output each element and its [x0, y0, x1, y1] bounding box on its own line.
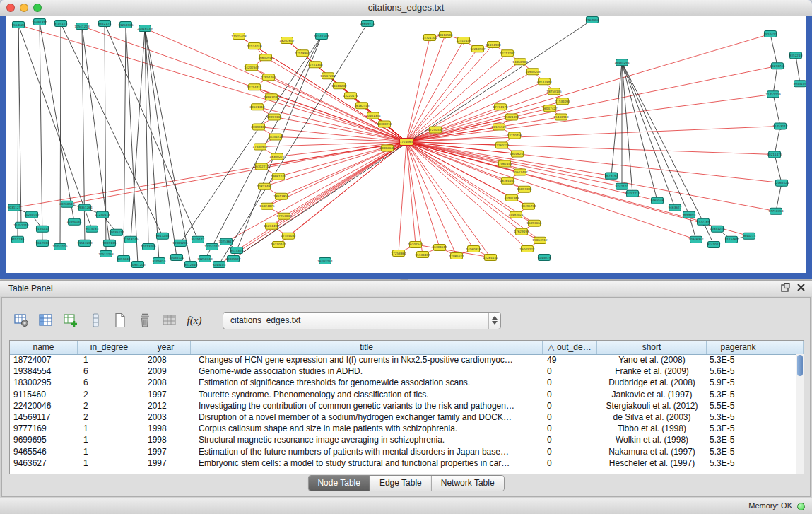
graph-node[interactable]: 11513245 [123, 236, 139, 243]
graph-node[interactable]: 14202647 [244, 64, 259, 71]
graph-node[interactable]: 10823491 [257, 183, 272, 189]
graph-node[interactable]: 10253105 [52, 243, 68, 250]
scrollbar-thumb[interactable] [797, 355, 803, 376]
graph-node[interactable]: 11250413 [95, 211, 110, 218]
graph-node[interactable]: 9031125 [8, 204, 21, 211]
table-row[interactable]: 1456911722003Disruption of a novel membe… [10, 411, 796, 423]
close-button[interactable] [6, 4, 15, 12]
table-row[interactable]: 977716911998Corpus callosum shape and si… [10, 423, 796, 434]
network-graph[interactable]: 9554624104913109104125105412039352174112… [6, 16, 806, 273]
graph-node[interactable]: 10253617 [218, 238, 234, 245]
graph-node[interactable]: 18164161 [500, 177, 515, 184]
table-mode-icon[interactable] [12, 311, 30, 329]
graph-node[interactable]: 8164904 [586, 17, 599, 23]
column-header-title[interactable]: title [191, 341, 543, 354]
graph-node[interactable]: 11451209 [765, 91, 781, 98]
graph-node[interactable]: 12160321 [494, 142, 510, 148]
graph-node[interactable]: 9554624 [12, 22, 25, 28]
graph-node[interactable]: 14560318 [466, 245, 481, 252]
graph-node[interactable]: 8955104 [794, 81, 806, 87]
graph-node[interactable]: 16107543 [408, 241, 423, 247]
graph-node[interactable]: 18300275 [269, 153, 285, 160]
graph-node[interactable]: 17253364 [391, 250, 406, 256]
create-column-icon[interactable] [61, 311, 80, 329]
graph-node[interactable]: 10946352 [688, 236, 704, 243]
network-canvas[interactable]: 9554624104913109104125105412039352174112… [6, 16, 806, 273]
table-row[interactable]: 1872400712008Changes of HCN gene express… [10, 354, 796, 366]
graph-node[interactable]: 16547209 [320, 73, 336, 79]
graph-node[interactable]: 16047427 [542, 105, 558, 112]
graph-node[interactable]: 12754411 [247, 84, 262, 90]
graph-node[interactable]: 1724065 [400, 138, 413, 145]
graph-node[interactable]: 10250147 [24, 211, 40, 218]
table-row[interactable]: 946362711997Embryonic stem cells: a mode… [10, 457, 796, 469]
graph-node[interactable]: 17554032 [281, 233, 296, 239]
graph-node[interactable]: 16650910 [258, 54, 273, 61]
graph-node[interactable]: 13210456 [507, 132, 522, 139]
graph-node[interactable]: 17710354 [768, 208, 784, 214]
graph-node[interactable]: 10647437 [512, 169, 528, 175]
table-row[interactable]: 2242004622012Investigating the contribut… [10, 400, 796, 411]
graph-node[interactable]: 9510412 [764, 31, 777, 37]
graph-node[interactable]: 9905135 [103, 240, 117, 246]
graph-node[interactable]: 11525408 [231, 33, 247, 40]
graph-node[interactable]: 9612534 [36, 240, 49, 246]
tab-edge-table[interactable]: Edge Table [370, 476, 432, 491]
graph-node[interactable]: 16016247 [510, 151, 525, 157]
graph-node[interactable]: 17085521 [449, 252, 464, 259]
graph-node[interactable]: 16304519 [432, 244, 447, 250]
graph-node[interactable]: 15493021 [508, 211, 524, 218]
graph-node[interactable]: 9512346 [184, 261, 198, 267]
graph-node[interactable]: 9351240 [117, 255, 131, 262]
graph-node[interactable]: 10491310 [32, 19, 47, 25]
graph-node[interactable]: 30671310 [249, 104, 265, 110]
graph-node[interactable]: 17062441 [497, 160, 512, 167]
tab-node-table[interactable]: Node Table [308, 476, 370, 491]
graph-node[interactable]: 10035114 [109, 229, 124, 235]
graph-node[interactable]: 10981235 [172, 240, 188, 246]
graph-node[interactable]: 10357215 [625, 190, 640, 197]
table-row[interactable]: 946554611997Estimation of the future num… [10, 446, 796, 457]
graph-node[interactable]: 16193254 [317, 257, 333, 264]
tab-network-table[interactable]: Network Table [432, 476, 504, 491]
new-table-icon[interactable] [111, 311, 129, 329]
graph-node[interactable]: 15234498 [264, 223, 279, 229]
import-table-icon[interactable] [160, 311, 179, 329]
float-panel-icon[interactable] [781, 283, 790, 292]
graph-node[interactable]: 14850903 [512, 59, 528, 65]
graph-node[interactable]: 9245012 [707, 241, 721, 247]
graph-node[interactable]: 11253144 [204, 243, 220, 250]
graph-node[interactable]: 15721304 [422, 35, 437, 41]
graph-node[interactable]: 13220174 [343, 93, 358, 99]
graph-node[interactable]: 18300212 [377, 121, 392, 127]
graph-node[interactable]: 11154908 [486, 42, 501, 48]
graph-node[interactable]: 17629197 [514, 228, 529, 235]
graph-node[interactable]: 11250348 [197, 255, 213, 262]
column-header-year[interactable]: year [141, 341, 191, 354]
graph-node[interactable]: 16857301 [517, 186, 532, 192]
graph-node[interactable]: 9205310 [153, 257, 166, 264]
graph-node[interactable]: 9613254 [156, 233, 170, 239]
graph-node[interactable]: 17518361 [295, 50, 310, 57]
graph-node[interactable]: 17630952 [252, 144, 268, 150]
table-row[interactable]: 1830029562008Estimation of significance … [10, 377, 796, 388]
graph-node[interactable]: 15063912 [532, 237, 548, 243]
graph-node[interactable]: 11051243 [13, 222, 29, 228]
graph-node[interactable]: 9742101 [616, 183, 629, 189]
graph-node[interactable]: 10273741 [770, 63, 785, 69]
graph-node[interactable]: 10211475 [767, 151, 782, 158]
table-row[interactable]: 1938455462009Genome-wide association stu… [10, 366, 796, 377]
graph-node[interactable]: 10035127 [225, 255, 241, 262]
graph-node[interactable]: 10513205 [141, 243, 156, 250]
graph-node[interactable]: 16302217 [254, 163, 269, 170]
graph-node[interactable]: 9352210 [789, 52, 803, 59]
column-header-short[interactable]: short [597, 341, 707, 354]
graph-node[interactable]: 8640214 [743, 233, 756, 239]
close-panel-icon[interactable] [797, 284, 805, 291]
graph-node[interactable]: 15284152 [483, 254, 498, 260]
graph-node[interactable]: 8679197 [605, 173, 618, 179]
graph-node[interactable]: 11253105 [118, 22, 134, 28]
graph-node[interactable]: 17240531 [428, 127, 443, 133]
table-row[interactable]: 911546021997Tourette syndrome. Phenomeno… [10, 389, 796, 400]
graph-node[interactable]: 16093651 [526, 220, 542, 226]
